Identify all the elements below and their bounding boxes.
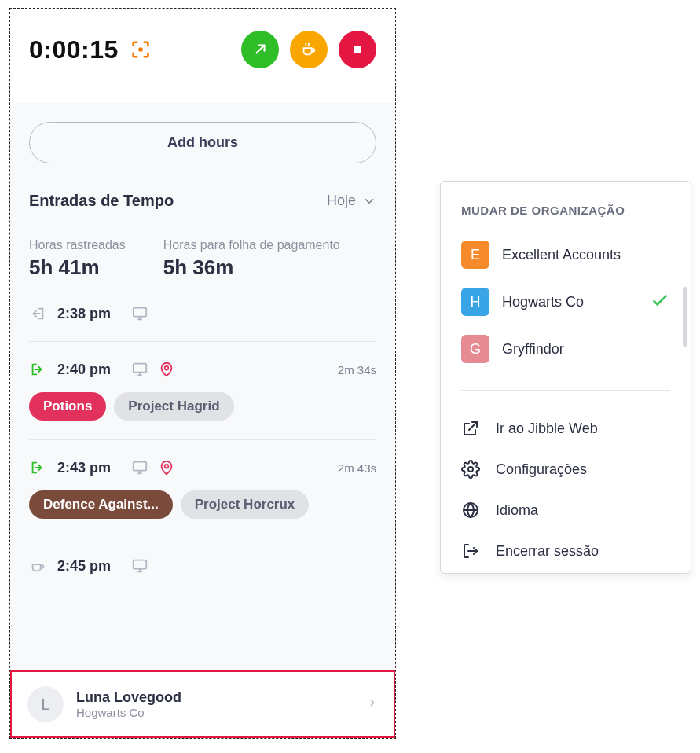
svg-rect-2 [134, 308, 147, 317]
scan-frame-icon[interactable] [130, 39, 152, 61]
check-icon [650, 290, 670, 314]
date-filter-label: Hoje [327, 193, 356, 209]
scrollbar[interactable] [683, 287, 687, 347]
entry-time: 2:43 pm [57, 460, 120, 476]
external-link-icon [461, 419, 480, 438]
divider [461, 390, 670, 391]
profile-footer[interactable]: L Luna Lovegood Hogwarts Co [10, 670, 395, 738]
action-buttons [241, 31, 376, 68]
clock-in-icon [29, 361, 46, 378]
chevron-down-icon [362, 194, 376, 208]
section-header: Entradas de Tempo Hoje [29, 192, 376, 210]
svg-point-8 [468, 467, 473, 472]
time-entry[interactable]: 2:43 pm 2m 43s Defence Against... Projec… [29, 459, 376, 519]
svg-rect-7 [134, 560, 147, 569]
divider [29, 538, 376, 538]
avatar-initial: L [41, 696, 49, 714]
time-entry[interactable]: 2:38 pm [29, 305, 376, 322]
org-item-hogwarts[interactable]: H Hogwarts Co [461, 278, 670, 325]
timer-text: 0:00:15 [29, 35, 119, 64]
stat-tracked: Horas rastreadas 5h 41m [29, 238, 126, 280]
stat-tracked-label: Horas rastreadas [29, 238, 126, 252]
org-badge-letter: H [471, 294, 481, 310]
monitor-icon [131, 305, 148, 322]
entry-duration: 2m 43s [338, 461, 376, 475]
footer-text: Luna Lovegood Hogwarts Co [76, 689, 181, 719]
entry-tags: Defence Against... Project Horcrux [29, 490, 376, 519]
entry-time: 2:45 pm [57, 558, 120, 575]
org-item-excellent[interactable]: E Excellent Accounts [461, 231, 670, 278]
monitor-icon [131, 459, 148, 476]
org-name: Excellent Accounts [502, 247, 621, 263]
add-hours-button[interactable]: Add hours [29, 122, 376, 163]
location-pin-icon [158, 361, 175, 378]
activity-tag[interactable]: Defence Against... [29, 490, 173, 519]
svg-rect-1 [354, 46, 361, 53]
topbar: 0:00:15 [10, 9, 395, 103]
divider [29, 341, 376, 342]
monitor-icon [131, 557, 148, 575]
project-tag[interactable]: Project Horcrux [181, 490, 310, 519]
entry-time: 2:40 pm [57, 362, 120, 378]
menu-label: Encerrar sessão [496, 543, 599, 560]
menu-web[interactable]: Ir ao Jibble Web [461, 408, 670, 449]
org-badge: E [461, 241, 489, 269]
entry-tags: Potions Project Hagrid [29, 392, 376, 421]
menu-label: Idioma [496, 502, 538, 519]
entry-icons [131, 361, 175, 378]
location-pin-icon [158, 459, 175, 476]
body-area: Add hours Entradas de Tempo Hoje Horas r… [10, 103, 395, 685]
entry-line: 2:43 pm 2m 43s [29, 459, 376, 476]
org-badge: H [461, 288, 489, 316]
org-badge: G [461, 335, 489, 363]
org-menu-panel: MUDAR DE ORGANIZAÇÃO E Excellent Account… [440, 181, 691, 574]
org-badge-letter: E [471, 247, 480, 263]
globe-icon [461, 501, 480, 520]
menu-language[interactable]: Idioma [461, 490, 670, 531]
stop-button[interactable] [339, 31, 376, 68]
menu-label: Ir ao Jibble Web [496, 421, 598, 437]
avatar: L [27, 686, 64, 722]
stat-payroll-value: 5h 36m [163, 255, 340, 280]
break-button[interactable] [290, 31, 328, 68]
org-name: Gryffindor [502, 341, 564, 358]
org-badge-letter: G [470, 341, 481, 358]
stat-payroll-label: Horas para folha de pagamento [163, 238, 340, 252]
svg-point-6 [165, 465, 169, 468]
menu-label: Configurações [496, 461, 587, 478]
time-entry[interactable]: 2:40 pm 2m 34s Potions Project Hagrid [29, 361, 376, 421]
svg-point-0 [138, 47, 143, 52]
menu-logout[interactable]: Encerrar sessão [461, 531, 670, 571]
timer-area: 0:00:15 [29, 35, 152, 64]
svg-rect-3 [134, 364, 147, 373]
entry-icons [131, 459, 175, 476]
user-name: Luna Lovegood [76, 689, 181, 706]
entry-line: 2:45 pm [29, 557, 376, 575]
stats-row: Horas rastreadas 5h 41m Horas para folha… [29, 238, 376, 280]
clock-in-button[interactable] [241, 31, 279, 68]
date-filter[interactable]: Hoje [327, 193, 376, 209]
clock-in-icon [29, 459, 46, 476]
entry-duration: 2m 34s [338, 363, 376, 376]
chevron-right-icon [367, 697, 378, 711]
org-item-gryffindor[interactable]: G Gryffindor [461, 325, 670, 373]
menu-settings[interactable]: Configurações [461, 449, 670, 490]
project-tag[interactable]: Project Hagrid [114, 392, 233, 421]
panel-title: MUDAR DE ORGANIZAÇÃO [461, 204, 670, 217]
logout-icon [461, 542, 480, 560]
stat-payroll: Horas para folha de pagamento 5h 36m [163, 238, 340, 280]
entry-time: 2:38 pm [57, 306, 120, 322]
divider [29, 439, 376, 440]
tracker-panel: 0:00:15 [9, 8, 396, 739]
entry-line: 2:38 pm [29, 305, 376, 322]
monitor-icon [131, 361, 148, 378]
time-entry[interactable]: 2:45 pm [29, 557, 376, 575]
svg-rect-5 [134, 462, 147, 471]
section-title: Entradas de Tempo [29, 192, 174, 210]
break-icon [29, 557, 46, 575]
svg-point-4 [165, 366, 169, 370]
activity-tag[interactable]: Potions [29, 392, 106, 421]
org-name: Hogwarts Co [502, 294, 584, 310]
entry-line: 2:40 pm 2m 34s [29, 361, 376, 378]
gear-icon [461, 460, 480, 479]
